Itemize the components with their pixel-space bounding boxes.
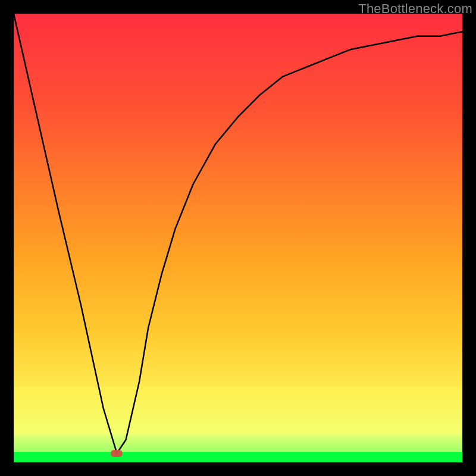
plot-area <box>14 14 462 462</box>
watermark-label: TheBottleneck.com <box>358 1 472 17</box>
bottleneck-curve <box>14 14 462 462</box>
chart-frame: TheBottleneck.com <box>0 0 476 476</box>
minimum-marker <box>111 450 123 457</box>
